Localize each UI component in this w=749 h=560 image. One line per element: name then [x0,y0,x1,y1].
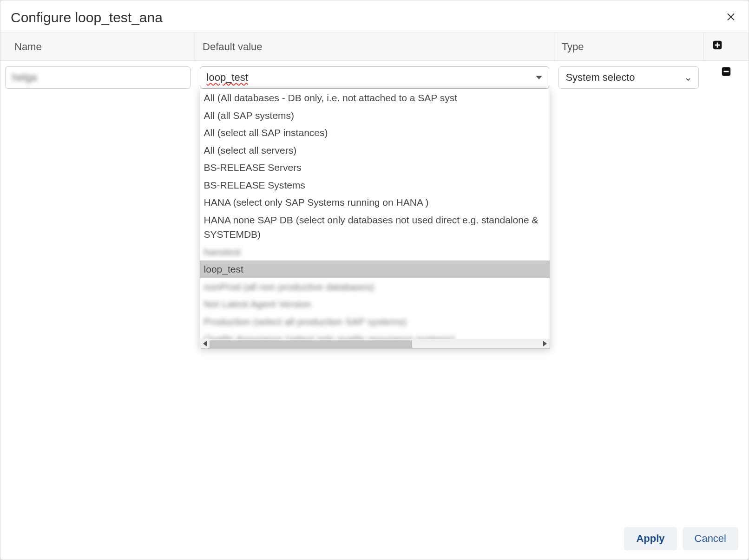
close-icon [725,10,736,25]
svg-rect-2 [715,45,720,46]
default-value-dropdown: All (All databases - DB only, i.e. not a… [200,89,551,349]
dropdown-item[interactable]: Production (select all production SAP sy… [200,313,550,331]
plus-icon [712,40,723,53]
dialog-title: Configure loop_test_ana [11,10,163,26]
close-button[interactable] [723,9,738,26]
remove-row-button[interactable] [720,66,732,78]
col-header-type: Type [554,33,703,61]
scroll-left-icon [203,341,207,346]
dropdown-item[interactable]: All (All databases - DB only, i.e. not a… [200,89,550,107]
dropdown-item[interactable]: BS-RELEASE Servers [200,159,550,176]
default-value-text: loop_test [207,72,248,84]
configure-dialog: Configure loop_test_ana Name Default val… [0,0,749,560]
dropdown-item[interactable]: BS-RELEASE Systems [200,176,550,194]
type-select-text: System selecto [565,72,635,84]
dropdown-item[interactable]: hanstest [200,243,550,261]
name-input-wrap[interactable] [5,66,191,89]
dropdown-item[interactable]: HANA (select only SAP Systems running on… [200,194,550,211]
chevron-down-icon [684,74,692,81]
col-header-name: Name [0,33,195,61]
caret-down-icon [536,76,542,79]
svg-rect-4 [723,71,729,72]
dropdown-item[interactable]: Not Latest Agent Version [200,295,550,313]
scroll-thumb[interactable] [210,340,413,348]
col-header-action [703,33,749,61]
dropdown-item[interactable]: All (all SAP systems) [200,107,550,124]
table-row: loop_test All (All databases - DB only, … [0,61,749,95]
default-value-combo[interactable]: loop_test [200,66,550,89]
dropdown-horizontal-scrollbar[interactable] [200,339,550,348]
scroll-right-icon [543,341,547,346]
parameters-table: Name Default value Type [0,33,749,94]
minus-icon [721,66,731,78]
apply-button[interactable]: Apply [624,527,677,550]
dropdown-item[interactable]: All (select all SAP instances) [200,124,550,142]
cancel-button[interactable]: Cancel [683,527,738,550]
dropdown-item[interactable]: All (select all servers) [200,142,550,159]
dropdown-item[interactable]: Quality Assurance (select only quality a… [200,330,550,339]
dropdown-item[interactable]: HANA none SAP DB (select only databases … [200,211,550,243]
dropdown-list[interactable]: All (All databases - DB only, i.e. not a… [200,89,550,339]
dropdown-item[interactable]: nonProd (all non productive databases) [200,278,550,296]
dropdown-item[interactable]: loop_test [200,260,550,278]
add-row-button[interactable] [711,40,723,52]
dialog-footer: Apply Cancel [0,521,749,560]
col-header-default: Default value [195,33,554,61]
name-input[interactable] [12,72,184,84]
dialog-header: Configure loop_test_ana [0,0,749,33]
parameters-table-wrap: Name Default value Type [0,33,749,521]
type-select[interactable]: System selecto [558,66,699,89]
